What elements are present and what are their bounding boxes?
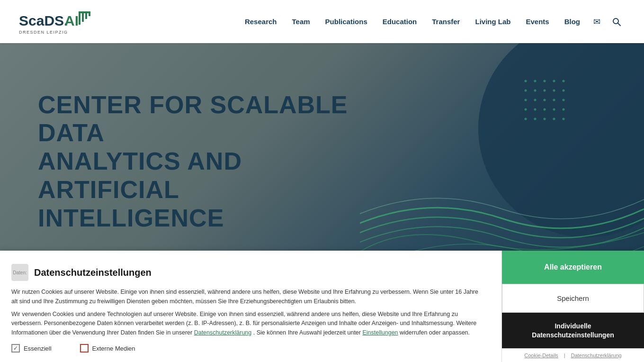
cookie-banner: Daten: Datenschutzeinstellungen Wir nutz… [0,251,644,362]
svg-rect-2 [79,11,80,25]
einstellungen-link[interactable]: Einstellungen [362,329,398,336]
cookie-text-1: Wir nutzen Cookies auf unserer Website. … [11,288,484,306]
cookie-buttons: Alle akzeptieren Speichern Individuelle … [502,251,644,362]
cookie-check-externe-medien: Externe Medien [80,344,135,353]
nav-blog[interactable]: Blog [559,14,586,29]
cookie-details-link[interactable]: Cookie-Details [524,353,558,358]
accept-all-button[interactable]: Alle akzeptieren [502,251,644,284]
svg-point-18 [544,90,546,92]
nav-education[interactable]: Education [377,14,423,29]
svg-point-29 [553,109,555,111]
search-icon[interactable] [608,13,625,30]
logo[interactable]: ScaDS. AI DRESDEN LEIPZIG [19,8,99,36]
svg-point-16 [525,90,527,92]
svg-text:DRESDEN LEIPZIG: DRESDEN LEIPZIG [19,30,68,35]
essenziell-checkbox[interactable]: ✓ [11,344,20,353]
svg-point-35 [563,118,565,120]
cookie-content: Daten: Datenschutzeinstellungen Wir nutz… [0,251,502,362]
svg-point-17 [534,90,537,92]
svg-point-13 [544,80,546,82]
individual-settings-button[interactable]: Individuelle Datenschutzeinstellungen [502,313,644,348]
footer-datenschutz-link[interactable]: Datenschutzerklärung [571,353,622,358]
svg-point-24 [553,99,555,101]
nav-transfer[interactable]: Transfer [426,14,465,29]
svg-point-33 [544,118,546,120]
svg-point-21 [525,99,527,101]
save-button[interactable]: Speichern [502,284,644,313]
nav-research[interactable]: Research [239,14,283,29]
externe-medien-checkbox[interactable] [80,344,89,353]
nav-team[interactable]: Team [286,14,315,29]
cookie-icon: Daten: [11,264,28,281]
hero-section: CENTER FOR SCALABLE DATA ANALYTICS AND A… [0,43,644,280]
svg-point-31 [525,118,527,120]
nav-publications[interactable]: Publications [320,14,373,29]
svg-point-30 [563,109,565,111]
svg-text:AI: AI [64,13,79,28]
cookie-checkboxes: ✓ Essenziell Externe Medien [11,344,484,353]
svg-rect-6 [79,11,90,13]
email-icon[interactable]: ✉ [590,13,604,31]
datenschutz-link[interactable]: Datenschutzerklärung [194,329,252,336]
svg-point-32 [534,118,537,120]
svg-point-34 [553,118,555,120]
cookie-text-2: Wir verwenden Cookies und andere Technol… [11,310,484,337]
header: ScaDS. AI DRESDEN LEIPZIG Research Team … [0,0,644,43]
svg-point-28 [544,109,546,111]
externe-medien-label: Externe Medien [92,345,135,352]
svg-point-15 [563,80,565,82]
main-nav: Research Team Publications Education Tra… [239,13,625,31]
svg-text:ScaDS.: ScaDS. [19,13,68,28]
svg-point-14 [553,80,555,82]
svg-point-19 [553,90,555,92]
svg-line-9 [618,23,621,26]
svg-point-10 [478,43,644,237]
svg-point-26 [525,109,527,111]
svg-point-25 [563,99,565,101]
svg-point-20 [563,90,565,92]
cookie-title: Datenschutzeinstellungen [34,267,152,278]
nav-living-lab[interactable]: Living Lab [469,14,516,29]
svg-point-12 [534,80,537,82]
svg-point-22 [534,99,537,101]
svg-point-11 [525,80,527,82]
cookie-footer: Cookie-Details | Datenschutzerklärung [502,348,644,362]
hero-title: CENTER FOR SCALABLE DATA ANALYTICS AND A… [38,91,350,233]
essenziell-label: Essenziell [24,345,52,352]
hero-text-block: CENTER FOR SCALABLE DATA ANALYTICS AND A… [0,63,388,261]
cookie-check-essenziell: ✓ Essenziell [11,344,52,353]
cookie-header: Daten: Datenschutzeinstellungen [11,264,484,281]
svg-point-27 [534,109,537,111]
nav-events[interactable]: Events [520,14,555,29]
cookie-overlay: Daten: Datenschutzeinstellungen Wir nutz… [0,251,644,362]
svg-point-23 [544,99,546,101]
hero-decoration [360,43,644,280]
